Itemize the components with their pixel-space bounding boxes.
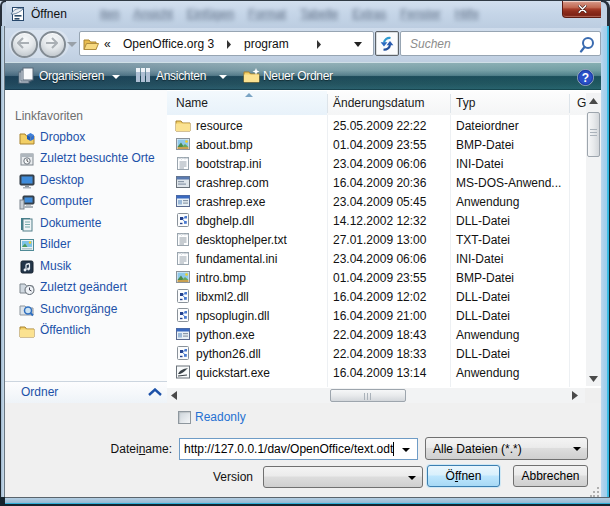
svg-text:?: ?: [582, 71, 589, 85]
